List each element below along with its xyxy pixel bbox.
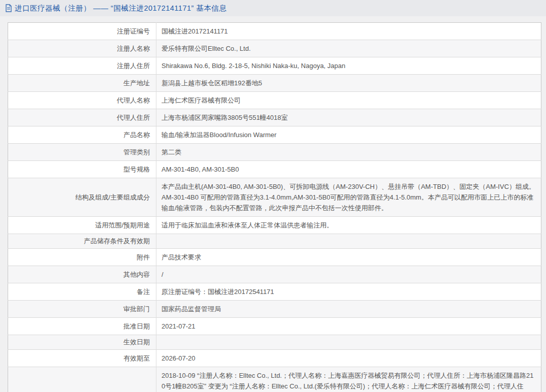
row-value: 本产品由主机(AM-301-4B0, AM-301-5B0)、可拆卸电源线（AM… <box>156 178 541 217</box>
row-value: 2018-10-09 “注册人名称：Elltec Co., Ltd.；代理人名称… <box>156 367 541 392</box>
row-label: 注册证编号 <box>8 23 156 40</box>
row-label: 注册人住所 <box>8 57 156 75</box>
registration-info-table: 注册证编号国械注进20172141171注册人名称爱乐特有限公司Elltec C… <box>8 22 541 392</box>
row-label: 其他内容 <box>8 266 156 283</box>
row-label: 管理类别 <box>8 144 156 161</box>
row-label: 代理人住所 <box>8 109 156 126</box>
row-label: 备注 <box>8 283 156 301</box>
row-label: 审批部门 <box>8 301 156 318</box>
row-label: 适用范围/预期用途 <box>8 217 156 234</box>
row-label: 代理人名称 <box>8 92 156 109</box>
row-label: 产品储存条件及有效期 <box>8 234 156 249</box>
row-value <box>156 335 541 350</box>
row-value: 上海市杨浦区周家嘴路3805号551幢4018室 <box>156 109 541 126</box>
row-label: 注册人名称 <box>8 40 156 57</box>
table-row: 附件产品技术要求 <box>8 249 541 266</box>
row-value: AM-301-4B0, AM-301-5B0 <box>156 161 541 178</box>
row-value: 产品技术要求 <box>156 249 541 266</box>
table-row: 审批部门国家药品监督管理局 <box>8 301 541 318</box>
table-row: 生产地址新潟县上越市板仓区稻增192番地5 <box>8 75 541 92</box>
row-value: 新潟县上越市板仓区稻增192番地5 <box>156 75 541 92</box>
row-value: 第二类 <box>156 144 541 161</box>
table-row: 注册证编号国械注进20172141171 <box>8 23 541 40</box>
table-row: 有效期至2026-07-20 <box>8 350 541 367</box>
row-value: 适用于临床加温血液和液体至人体正常体温供患者输注用。 <box>156 217 541 234</box>
table-row: 结构及组成/主要组成成分本产品由主机(AM-301-4B0, AM-301-5B… <box>8 178 541 217</box>
table-row: 产品名称输血/输液加温器Blood/Infusion Warmer <box>8 126 541 144</box>
row-label: 结构及组成/主要组成成分 <box>8 178 156 217</box>
row-value: 上海仁术医疗器械有限公司 <box>156 92 541 109</box>
table-row: 型号规格AM-301-4B0, AM-301-5B0 <box>8 161 541 178</box>
row-value: 2021-07-21 <box>156 318 541 335</box>
table-row: 变更情况2018-10-09 “注册人名称：Elltec Co., Ltd.；代… <box>8 367 541 392</box>
row-value: 2026-07-20 <box>156 350 541 367</box>
table-row: 注册人名称爱乐特有限公司Elltec Co., Ltd. <box>8 40 541 57</box>
row-label: 批准日期 <box>8 318 156 335</box>
table-row: 适用范围/预期用途适用于临床加温血液和液体至人体正常体温供患者输注用。 <box>8 217 541 234</box>
row-label: 变更情况 <box>8 367 156 392</box>
row-label: 附件 <box>8 249 156 266</box>
page-title: 进口医疗器械（注册） —— “国械注进20172141171” 基本信息 <box>15 4 227 13</box>
info-table-body: 注册证编号国械注进20172141171注册人名称爱乐特有限公司Elltec C… <box>8 23 541 392</box>
table-row: 注册人住所Shirakawa No.6, Bldg. 2-18-5, Nishi… <box>8 57 541 75</box>
row-label: 生效日期 <box>8 335 156 350</box>
row-value: 国家药品监督管理局 <box>156 301 541 318</box>
table-row: 其他内容/ <box>8 266 541 283</box>
row-value <box>156 234 541 249</box>
table-row: 生效日期 <box>8 335 541 350</box>
row-value: / <box>156 266 541 283</box>
row-label: 型号规格 <box>8 161 156 178</box>
row-value: 爱乐特有限公司Elltec Co., Ltd. <box>156 40 541 57</box>
row-label: 有效期至 <box>8 350 156 367</box>
document-icon <box>5 4 12 12</box>
row-label: 产品名称 <box>8 126 156 144</box>
row-value: Shirakawa No.6, Bldg. 2-18-5, Nishiki Na… <box>156 57 541 75</box>
table-row: 代理人名称上海仁术医疗器械有限公司 <box>8 92 541 109</box>
row-value: 输血/输液加温器Blood/Infusion Warmer <box>156 126 541 144</box>
row-label: 生产地址 <box>8 75 156 92</box>
table-row: 产品储存条件及有效期 <box>8 234 541 249</box>
table-row: 批准日期2021-07-21 <box>8 318 541 335</box>
row-value: 原注册证编号：国械注进20172541171 <box>156 283 541 301</box>
table-row: 管理类别第二类 <box>8 144 541 161</box>
table-row: 代理人住所上海市杨浦区周家嘴路3805号551幢4018室 <box>8 109 541 126</box>
table-row: 备注原注册证编号：国械注进20172541171 <box>8 283 541 301</box>
row-value: 国械注进20172141171 <box>156 23 541 40</box>
change-record-line: 2018-10-09 “注册人名称：Elltec Co., Ltd.；代理人名称… <box>162 370 536 392</box>
page-header: 进口医疗器械（注册） —— “国械注进20172141171” 基本信息 <box>0 0 546 16</box>
